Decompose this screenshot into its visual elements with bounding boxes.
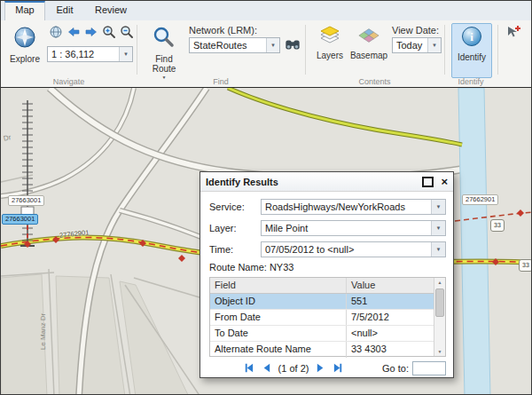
basemap-label: Basemap (350, 51, 387, 60)
panel-title-bar: Identify Results × (200, 172, 453, 192)
route-name-value: NY33 (270, 262, 294, 273)
explore-button[interactable]: Explore (4, 23, 45, 78)
group-label-identify: Identify (444, 77, 497, 86)
find-route-button[interactable]: Find Route ▼ (143, 23, 185, 78)
group-label-contents: Contents (305, 77, 444, 86)
page-indicator: (1 of 2) (278, 363, 309, 374)
street-name-partial: Dr (3, 133, 12, 143)
route-name-label: Route Name: (209, 262, 267, 273)
table-row[interactable]: Alternate Route Name 33 4303 (210, 342, 434, 358)
find-route-icon (153, 26, 176, 52)
identify-route-tool-button[interactable] (505, 25, 521, 42)
time-combo[interactable]: 07/05/2012 to <null> ▼ (261, 241, 446, 257)
route-label-pill: 27662901 (462, 194, 498, 205)
group-divider (444, 25, 445, 75)
group-divider (305, 25, 306, 75)
scrollbar-thumb[interactable] (435, 288, 444, 317)
full-extent-button[interactable] (47, 25, 64, 42)
cell-value: <null> (347, 326, 434, 341)
zoom-out-button[interactable] (118, 25, 135, 42)
full-extent-globe-icon (49, 25, 63, 43)
identify-results-panel: Identify Results × Service: RoadsHighway… (200, 171, 454, 378)
app-window: Map Edit Review Explore (0, 0, 532, 395)
network-lrm-label: Network (LRM): (189, 25, 257, 36)
dropdown-icon[interactable]: ▼ (431, 200, 445, 214)
table-row[interactable]: To Date <null> (210, 326, 434, 342)
network-lrm-combo[interactable]: StateRoutes ▼ (189, 37, 280, 53)
panel-title: Identify Results (206, 177, 278, 187)
explore-label: Explore (10, 54, 40, 64)
find-route-label: Find Route (144, 54, 184, 74)
cell-value: 33 4303 (347, 342, 434, 358)
view-date-value: Today (393, 40, 427, 51)
basemap-button[interactable]: Basemap (348, 23, 389, 78)
close-icon[interactable]: × (441, 176, 448, 187)
scale-value: 1 : 36,112 (48, 49, 119, 59)
street-name-le-manz: Le Manz Dr (39, 301, 47, 363)
time-label: Time: (209, 244, 261, 255)
zoom-in-button[interactable] (100, 25, 117, 42)
previous-extent-button[interactable] (65, 25, 82, 42)
tab-edit[interactable]: Edit (45, 1, 84, 20)
layers-button[interactable]: Layers (310, 23, 349, 78)
table-row[interactable]: From Date 7/5/2012 (210, 310, 434, 326)
time-value: 07/05/2012 to <null> (262, 244, 431, 255)
next-page-button[interactable] (314, 362, 326, 375)
tab-review[interactable]: Review (86, 1, 136, 20)
group-divider (137, 25, 137, 75)
route-shield: 33 (519, 259, 532, 272)
identify-button[interactable]: i Identify (451, 23, 492, 78)
binoculars-icon (285, 36, 301, 56)
goto-input[interactable] (412, 361, 446, 375)
layer-combo[interactable]: Mile Point ▼ (261, 220, 446, 236)
dropdown-icon[interactable]: ▼ (266, 38, 279, 52)
service-combo[interactable]: RoadsHighways/NewYorkRoads ▼ (261, 199, 446, 215)
dropdown-icon[interactable]: ▼ (431, 242, 445, 257)
cell-field: To Date (210, 326, 347, 341)
layers-label: Layers (317, 51, 343, 60)
svg-text:i: i (470, 30, 473, 43)
back-arrow-icon (66, 25, 81, 43)
zoom-out-icon (120, 25, 134, 43)
layers-icon (319, 26, 340, 49)
route-name-row: Route Name: NY33 (209, 262, 293, 273)
basemap-icon (357, 26, 380, 49)
cell-value: 551 (347, 294, 434, 309)
table-scrollbar[interactable]: ▲ ▼ (434, 278, 445, 356)
scrollbar-down-icon[interactable]: ▼ (434, 349, 445, 354)
forward-arrow-icon (84, 25, 98, 43)
tab-map[interactable]: Map (4, 1, 45, 21)
group-label-find: Find (137, 77, 305, 86)
goto-group: Go to: (382, 360, 446, 375)
network-lrm-value: StateRoutes (190, 40, 266, 51)
cell-field: Alternate Route Name (210, 342, 347, 358)
previous-page-button[interactable] (261, 362, 273, 375)
dropdown-icon[interactable]: ▼ (427, 38, 441, 52)
layer-label: Layer: (209, 223, 261, 233)
maximize-icon[interactable] (422, 177, 434, 187)
layer-value: Mile Point (262, 223, 431, 233)
table-row[interactable]: Object ID 551 (210, 294, 434, 310)
attributes-table: Field Value Object ID 551 From Date 7/5/… (209, 277, 446, 357)
view-date-label: View Date: (392, 25, 439, 36)
ribbon: Explore (1, 20, 531, 88)
column-header-field: Field (210, 278, 347, 293)
map-route-diagonal (228, 88, 462, 145)
last-page-button[interactable] (332, 362, 344, 375)
zoom-in-icon (102, 25, 116, 43)
first-page-button[interactable] (243, 362, 255, 375)
route-shield: 33 (490, 219, 505, 232)
cell-field: Object ID (210, 294, 347, 309)
ribbon-tab-bar: Map Edit Review (1, 1, 531, 21)
scrollbar-up-icon[interactable]: ▲ (434, 280, 445, 285)
service-value: RoadsHighways/NewYorkRoads (262, 201, 431, 212)
scale-combo[interactable]: 1 : 36,112 ▼ (47, 46, 133, 62)
dropdown-icon[interactable]: ▼ (431, 221, 445, 235)
service-label: Service: (209, 201, 261, 212)
next-extent-button[interactable] (82, 25, 99, 42)
route-label-pill: 27663001 (8, 195, 44, 206)
find-network-button[interactable] (284, 37, 301, 54)
dropdown-icon[interactable]: ▼ (119, 47, 132, 61)
view-date-combo[interactable]: Today ▼ (392, 37, 442, 53)
identify-icon: i (461, 26, 482, 51)
